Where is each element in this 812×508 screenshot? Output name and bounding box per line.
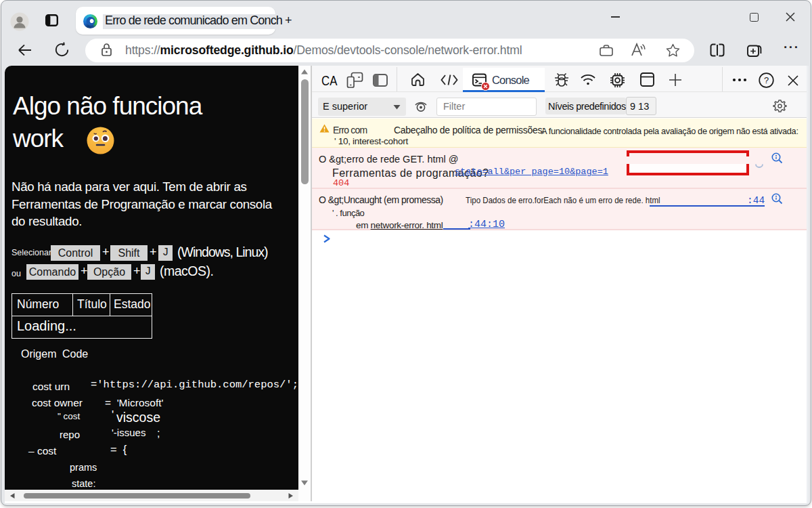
- svg-text:?: ?: [764, 75, 769, 85]
